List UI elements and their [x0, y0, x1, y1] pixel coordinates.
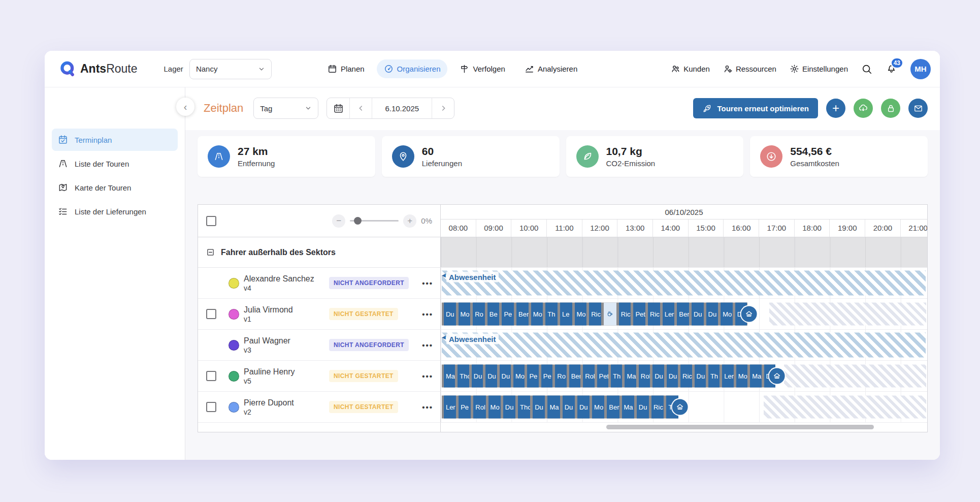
absence-bar[interactable]: ◀Abwesenheit [442, 333, 926, 358]
delivery-stop[interactable]: Ber [607, 396, 619, 419]
delivery-stop[interactable]: Pe [459, 396, 471, 419]
view-mode-select[interactable]: Tag [253, 98, 318, 119]
delivery-stop[interactable]: Ric [589, 303, 601, 326]
delivery-stop[interactable]: Ric [651, 396, 664, 419]
zoom-slider-knob[interactable] [354, 217, 362, 225]
delivery-stop[interactable]: Th [611, 365, 622, 388]
delivery-stop[interactable]: Du [500, 365, 511, 388]
tab-organisieren[interactable]: Organisieren [377, 59, 448, 78]
delivery-stop[interactable]: Mo [513, 365, 525, 388]
delivery-stop[interactable]: Ma [622, 396, 634, 419]
warehouse-select[interactable]: Nancy [189, 59, 272, 79]
delivery-stop[interactable]: Ler [663, 303, 675, 326]
next-day-button[interactable] [432, 98, 454, 118]
delivery-stop[interactable]: Du [706, 303, 718, 326]
current-date[interactable]: 6.10.2025 [372, 98, 432, 118]
sidebar-collapse-button[interactable]: ‹ [176, 98, 194, 116]
zoom-slider[interactable] [350, 220, 399, 222]
cloud-download-button[interactable] [854, 99, 873, 118]
delivery-stop[interactable]: Be [487, 303, 500, 326]
zoom-in-button[interactable]: + [403, 214, 416, 228]
delivery-stop[interactable]: Ro [555, 365, 566, 388]
sidebar-item-karte-der-touren[interactable]: Karte der Touren [52, 176, 178, 199]
brand-logo[interactable]: AntsRoute [59, 60, 138, 78]
nav-link-einstellungen[interactable]: Einstellungen [790, 64, 848, 74]
sidebar-item-liste-der-lieferungen[interactable]: Liste der Lieferungen [52, 200, 178, 223]
delivery-stop[interactable]: Th [708, 365, 720, 388]
delivery-stop[interactable]: Du [485, 365, 497, 388]
row-menu-icon[interactable]: ••• [422, 341, 433, 350]
collapse-group-icon[interactable] [206, 248, 215, 257]
sidebar-item-liste-der-touren[interactable]: Liste der Touren [52, 152, 178, 175]
delivery-stop[interactable]: Tho [518, 396, 530, 419]
delivery-stop[interactable]: Le [560, 303, 572, 326]
break-block[interactable] [604, 303, 616, 326]
sidebar-item-terminplan[interactable]: Terminplan [52, 129, 178, 151]
delivery-stop[interactable]: Ma [547, 396, 560, 419]
delivery-stop[interactable]: Ro [473, 303, 485, 326]
delivery-stop[interactable]: Mo [736, 365, 747, 388]
row-menu-icon[interactable]: ••• [422, 372, 433, 381]
delivery-stop[interactable]: Du [695, 365, 706, 388]
delivery-stop[interactable]: Mo [459, 303, 471, 326]
delivery-stop[interactable]: Du [667, 365, 678, 388]
driver-group-row[interactable]: Fahrer außerhalb des Sektors [198, 237, 441, 268]
delivery-stop[interactable]: Mo [592, 396, 604, 419]
delivery-stop[interactable]: Pe [502, 303, 514, 326]
delivery-stop[interactable]: Du [472, 365, 483, 388]
delivery-stop[interactable]: Ber [516, 303, 529, 326]
delivery-stop[interactable]: Du [563, 396, 575, 419]
delivery-stop[interactable]: Mo [531, 303, 543, 326]
row-checkbox[interactable] [206, 371, 216, 381]
delivery-stop[interactable]: Ma [750, 365, 761, 388]
row-checkbox[interactable] [206, 402, 216, 412]
notifications-button[interactable]: 43 [886, 62, 897, 76]
prev-day-button[interactable] [349, 98, 372, 118]
delivery-stop[interactable]: Pe [541, 365, 552, 388]
row-menu-icon[interactable]: ••• [422, 279, 433, 288]
delivery-stop[interactable]: Du [503, 396, 515, 419]
delivery-stop[interactable]: Ma [625, 365, 636, 388]
delivery-stop[interactable]: Du [444, 303, 456, 326]
delivery-stop[interactable]: Ler [444, 396, 456, 419]
delivery-stop[interactable]: Du [652, 365, 664, 388]
delivery-stop[interactable]: Mo [721, 303, 733, 326]
tab-verfolgen[interactable]: Verfolgen [452, 59, 512, 78]
delivery-stop[interactable]: Mo [575, 303, 587, 326]
delivery-stop[interactable]: Ler [722, 365, 733, 388]
absence-bar[interactable]: ◀Abwesenheit [442, 271, 926, 296]
add-button[interactable]: + [826, 99, 845, 118]
nav-link-ressourcen[interactable]: Ressourcen [723, 64, 776, 74]
delivery-stop[interactable]: Du [637, 396, 649, 419]
delivery-stop[interactable]: Du [533, 396, 545, 419]
delivery-stop[interactable]: Pe [527, 365, 538, 388]
delivery-stop[interactable]: Du [692, 303, 704, 326]
delivery-stop[interactable]: Th [545, 303, 558, 326]
delivery-stop[interactable]: Ric [619, 303, 631, 326]
delivery-stop[interactable]: Ber [569, 365, 580, 388]
row-checkbox[interactable] [206, 309, 216, 319]
scrollbar-thumb[interactable] [606, 425, 874, 429]
depot-home-icon[interactable] [741, 306, 757, 322]
tab-planen[interactable]: Planen [320, 59, 372, 78]
nav-link-kunden[interactable]: Kunden [671, 64, 710, 74]
select-all-checkbox[interactable] [206, 216, 216, 226]
depot-home-icon[interactable] [672, 399, 688, 415]
user-avatar[interactable]: MH [910, 59, 931, 79]
calendar-picker-button[interactable] [327, 98, 349, 118]
lock-button[interactable] [881, 99, 900, 118]
delivery-stop[interactable]: Ric [680, 365, 692, 388]
delivery-stop[interactable]: Pet [597, 365, 608, 388]
delivery-stop[interactable]: Tho [458, 365, 469, 388]
depot-home-icon[interactable] [769, 368, 785, 384]
search-icon[interactable] [861, 64, 872, 75]
reoptimize-tours-button[interactable]: Touren erneut optimieren [693, 98, 818, 118]
zoom-out-button[interactable]: − [332, 214, 345, 228]
tab-analysieren[interactable]: Analysieren [517, 59, 584, 78]
mail-button[interactable] [908, 99, 928, 118]
horizontal-scrollbar[interactable] [441, 423, 927, 432]
row-menu-icon[interactable]: ••• [422, 403, 433, 412]
delivery-stop[interactable]: Mo [488, 396, 501, 419]
delivery-stop[interactable]: Pet [633, 303, 645, 326]
delivery-stop[interactable]: Rol [473, 396, 485, 419]
